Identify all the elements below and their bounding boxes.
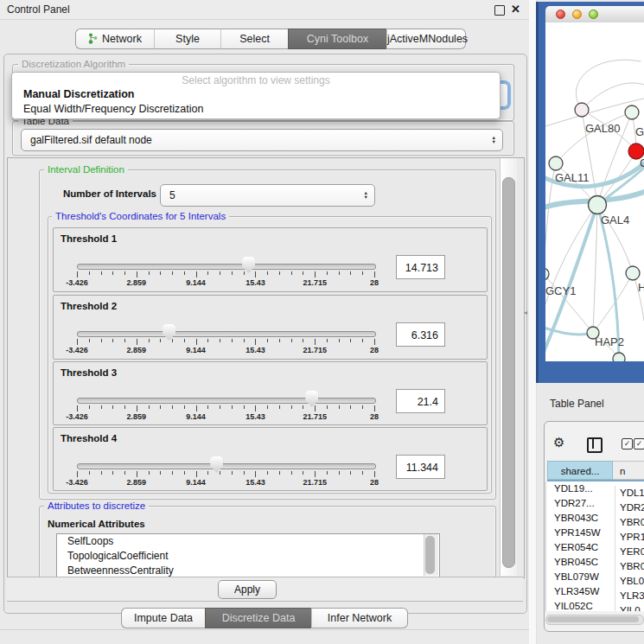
network-node[interactable] [549, 156, 563, 170]
slider-tick [196, 405, 197, 411]
table-row[interactable]: YBL079WYBL0 [546, 570, 644, 584]
network-node[interactable] [575, 103, 589, 117]
table-header-shared[interactable]: shared... [547, 461, 613, 480]
table-row[interactable]: YLR345WYLR3 [546, 584, 644, 599]
slider-tick-label: -3.426 [66, 346, 88, 354]
slider-tick [255, 271, 256, 277]
network-node[interactable] [613, 353, 625, 361]
tab-select-label: Select [239, 33, 270, 45]
threshold-2-slider-thumb[interactable] [163, 324, 175, 341]
network-node[interactable] [625, 105, 639, 119]
slider-tick [160, 339, 161, 342]
float-window-icon[interactable] [494, 5, 505, 16]
threshold-3-slider-thumb[interactable] [305, 391, 318, 407]
close-icon[interactable]: ✕ [511, 3, 520, 16]
slider-tick [101, 471, 102, 475]
threshold-3-value-field[interactable]: 21.4 [396, 389, 445, 413]
slider-tick [172, 271, 173, 275]
threshold-1-label: Threshold 1 [61, 233, 117, 244]
threshold-2-label: Threshold 2 [61, 301, 117, 311]
slider-tick [255, 471, 256, 477]
bottom-tab-impute-data[interactable]: Impute Data [121, 608, 205, 628]
slider-tick [160, 271, 161, 275]
slider-tick [220, 271, 220, 275]
dropdown-option-equal-width-frequency-discretization[interactable]: Equal Width/Frequency Discretization [12, 102, 500, 117]
tab-network[interactable]: Network [75, 29, 154, 49]
slider-tick-label: 21.715 [303, 478, 327, 487]
table-row[interactable]: YPR145WYPR1 [546, 526, 644, 540]
threshold-4-slider-track[interactable] [77, 463, 376, 469]
threshold-2-slider-track[interactable] [77, 331, 376, 337]
app-root: Control Panel ✕ NetworkStyleSelectCyni T… [0, 0, 644, 644]
slider-tick [220, 471, 220, 475]
attributes-list-scrollbar-thumb[interactable] [425, 536, 435, 574]
threshold-1-slider-track[interactable] [77, 264, 376, 270]
table-cell-shared-name: YLR345W [546, 584, 615, 599]
slider-tick [244, 405, 245, 409]
algorithm-dropdown-popup: Select algorithm to view settings Manual… [11, 72, 501, 119]
attribute-item-topologicalcoefficient[interactable]: TopologicalCoefficient [57, 549, 439, 564]
slider-tick [112, 471, 113, 475]
network-node[interactable] [626, 266, 640, 280]
slider-tick [112, 339, 113, 342]
table-row[interactable]: YDL19...YDL1 [546, 481, 644, 496]
table-row[interactable]: YBR043CYBR0 [546, 511, 644, 526]
slider-tick [232, 271, 233, 275]
threshold-2-value-field[interactable]: 6.316 [396, 322, 445, 347]
traffic-light-zoom-icon[interactable] [589, 10, 598, 19]
slider-tick-label: -3.426 [66, 478, 88, 487]
slider-tick [89, 339, 90, 342]
slider-tick [124, 471, 125, 475]
network-canvas[interactable]: GAL80GACGAL11GAL4GCY1HHAP2 [545, 22, 644, 361]
attribute-item-selfloops[interactable]: SelfLoops [57, 534, 439, 549]
slider-tick-label: 21.715 [303, 278, 327, 287]
numerical-attributes-label: Numerical Attributes [48, 519, 145, 529]
network-node-label-gal4: GAL4 [601, 214, 629, 226]
vertical-scrollbar-thumb[interactable] [502, 177, 515, 568]
slider-tick [315, 271, 316, 277]
slider-tick-label: -3.426 [66, 278, 88, 287]
network-window-titlebar[interactable] [545, 6, 644, 23]
network-node-label-gcy1: GCY1 [545, 284, 576, 297]
traffic-light-minimize-icon[interactable] [572, 10, 582, 19]
slider-tick [267, 339, 268, 342]
threshold-1-value-field[interactable]: 14.713 [396, 255, 445, 279]
table-data-combobox[interactable]: galFiltered.sif default node ▲▼ [21, 129, 503, 151]
bottom-tab-infer-network[interactable]: Infer Network [311, 608, 408, 628]
table-row[interactable]: YIL052CYIL0 [546, 599, 644, 611]
columns-icon[interactable] [587, 437, 603, 453]
slider-tick [279, 471, 280, 475]
tab-style[interactable]: Style [154, 29, 220, 49]
horizontal-scrollbar-thumb[interactable] [547, 616, 639, 622]
tab-jactivemnodules[interactable]: jActiveMNodules [386, 29, 466, 49]
slider-tick [172, 339, 173, 342]
slider-tick-label: 21.715 [303, 346, 327, 354]
slider-tick [255, 405, 256, 411]
checkbox-icon[interactable]: ✓ [622, 438, 633, 450]
table-row[interactable]: YER054CYER0 [546, 540, 644, 555]
tab-cyni-toolbox[interactable]: Cyni Toolbox [288, 29, 386, 49]
slider-tick [89, 405, 90, 409]
numerical-attributes-list[interactable]: SelfLoopsTopologicalCoefficientBetweenne… [56, 533, 440, 578]
table-row[interactable]: YBR045CYBR0 [546, 555, 644, 570]
dropdown-option-manual-discretization[interactable]: Manual Discretization [12, 87, 500, 102]
tab-select[interactable]: Select [220, 29, 288, 49]
number-of-intervals-combobox[interactable]: 5 ▲▼ [160, 184, 375, 207]
threshold-4-slider-thumb[interactable] [210, 456, 223, 473]
apply-button[interactable]: Apply [218, 580, 277, 599]
splitter-collapse-icon[interactable]: ◂ [524, 309, 527, 316]
dropdown-options: Manual DiscretizationEqual Width/Frequen… [12, 87, 500, 117]
checkbox-icon[interactable]: ✓ [634, 438, 644, 450]
bottom-tab-discretize-data[interactable]: Discretize Data [205, 608, 311, 628]
slider-tick [339, 271, 340, 275]
threshold-3-slider-track[interactable] [77, 398, 376, 404]
threshold-4-value-field[interactable]: 11.344 [396, 455, 445, 479]
gear-icon[interactable]: ⚙ [553, 435, 564, 450]
network-node[interactable] [545, 268, 549, 280]
network-node[interactable] [589, 196, 607, 214]
table-cell-shared-name: YBL079W [546, 570, 615, 584]
traffic-light-close-icon[interactable] [556, 10, 565, 19]
table-row[interactable]: YDR27...YDR2 [546, 496, 644, 511]
table-header-name[interactable]: n [613, 461, 644, 480]
slider-tick [149, 271, 150, 275]
